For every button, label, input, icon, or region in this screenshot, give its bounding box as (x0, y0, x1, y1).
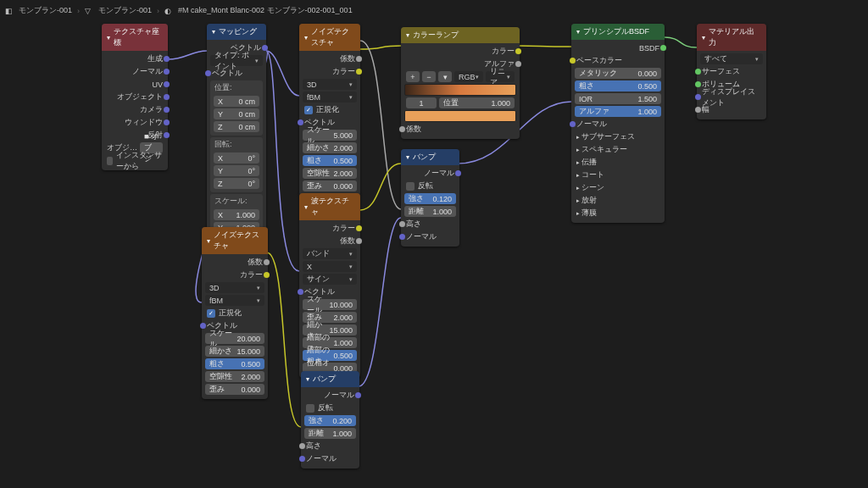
rot-x[interactable]: X0° (214, 152, 259, 164)
node-noise-texture-1[interactable]: ノイズテクスチャ 係数 カラー 3D fBM ✓正規化 ベクトル スケール5.0… (299, 24, 360, 196)
out-fac: 係数 (340, 53, 355, 64)
f-detail[interactable]: 細かさ2.000 (303, 142, 357, 153)
node-header[interactable]: ノイズテクスチャ (299, 24, 360, 51)
dim-select[interactable]: 3D (303, 79, 357, 90)
node-header[interactable]: カラーランプ (401, 27, 520, 43)
drop-transmission[interactable]: 伝播 (581, 157, 597, 168)
wave-sel-1[interactable]: X (303, 261, 357, 272)
in-vector: ベクトル (212, 68, 242, 79)
node-header[interactable]: バンプ (401, 149, 459, 165)
ramp-del[interactable]: − (422, 71, 436, 82)
out-camera: カメラ (140, 104, 163, 115)
f-scale[interactable]: スケール5.000 (303, 130, 357, 141)
target-select[interactable]: すべて (700, 53, 763, 64)
node-header[interactable]: 波テクスチャ (299, 193, 360, 220)
drop-subsurface[interactable]: サブサーフェス (581, 131, 635, 142)
instancer-label: インスタンサーから (116, 150, 163, 172)
node-mapping[interactable]: マッピング ベクトル タイプ: ポイント ベクトル 位置: X0 cm Y0 c… (207, 24, 266, 253)
drop-coat[interactable]: コート (581, 169, 604, 180)
loc-x[interactable]: X0 cm (214, 96, 259, 107)
ramp-add[interactable]: + (406, 71, 420, 82)
node-header[interactable]: マッピング (207, 24, 266, 40)
ramp-mode[interactable]: RGB (454, 71, 483, 82)
out-vector: ベクトル (231, 42, 261, 53)
node-material-output[interactable]: マテリアル出力 すべて サーフェス ボリューム ディスプレイスメント 幅 (697, 24, 766, 119)
invert-checkbox[interactable] (406, 182, 415, 191)
node-header[interactable]: テクスチャ座標 (102, 24, 168, 51)
node-noise-texture-2[interactable]: ノイズテクスチャ 係数 カラー 3D fBM ✓正規化 ベクトル スケール20.… (202, 227, 268, 399)
drop-emission[interactable]: 放射 (581, 195, 597, 206)
out-uv: UV (152, 80, 163, 89)
scl-x[interactable]: X1.000 (214, 209, 259, 220)
wave-sel-0[interactable]: バンド (303, 248, 357, 259)
ramp-interp[interactable]: リニア (486, 71, 515, 82)
instancer-checkbox[interactable] (107, 157, 113, 165)
node-canvas[interactable]: テクスチャ座標 生成 ノーマル UV オブジェクト カメラ ウィンドウ 反射 オ… (0, 0, 868, 488)
f-rough[interactable]: 粗さ0.500 (303, 155, 357, 166)
ramp-tools-icon[interactable]: ▾ (438, 71, 452, 82)
ramp-pos[interactable]: 位置1.000 (439, 97, 515, 108)
out-normal: ノーマル (132, 66, 163, 77)
type-select[interactable]: タイプ: ポイント (210, 55, 263, 66)
node-principled-bsdf[interactable]: プリンシプルBSDF BSDF ベースカラー メタリック0.000 粗さ0.50… (571, 24, 665, 223)
node-color-ramp[interactable]: カラーランプ カラー アルファ + − ▾ RGB リニア 1 位置1.000 … (401, 27, 520, 139)
ramp-index[interactable]: 1 (406, 97, 437, 108)
normalize-checkbox[interactable]: ✓ (304, 106, 313, 114)
ramp-gradient[interactable] (404, 84, 516, 96)
node-bump-1[interactable]: バンプ ノーマル 反転 強さ0.120 距離1.000 高さ ノーマル (401, 149, 459, 247)
node-bump-2[interactable]: バンプ ノーマル 反転 強さ0.200 距離1.000 高さ ノーマル (301, 371, 359, 469)
out-fac: 係数 (340, 236, 355, 247)
node-wave-texture[interactable]: 波テクスチャ カラー 係数 バンド X サイン ベクトル スケール10.000 … (299, 193, 360, 378)
wave-sel-2[interactable]: サイン (303, 274, 357, 285)
rot-z[interactable]: Z0° (214, 178, 259, 189)
rot-y[interactable]: Y0° (214, 165, 259, 176)
loc-z[interactable]: Z0 cm (214, 121, 259, 132)
drop-specular[interactable]: スペキュラー (581, 144, 627, 155)
type-select[interactable]: fBM (303, 92, 357, 103)
drop-thinfilm[interactable]: 薄膜 (581, 208, 597, 219)
node-header[interactable]: ノイズテクスチャ (202, 227, 268, 254)
out-window: ウィンドウ (125, 117, 163, 128)
f-dist[interactable]: 歪み0.000 (303, 180, 357, 191)
f-lac[interactable]: 空隙性2.000 (303, 168, 357, 179)
loc-y[interactable]: Y0 cm (214, 108, 259, 119)
drop-sheen[interactable]: シーン (581, 182, 604, 193)
node-header[interactable]: バンプ (301, 371, 359, 387)
out-color: カラー (332, 223, 355, 234)
invert-checkbox[interactable] (306, 404, 314, 413)
ramp-swatch[interactable] (404, 110, 516, 122)
normalize-checkbox[interactable]: ✓ (207, 309, 215, 318)
type-select[interactable]: fBM (205, 295, 264, 306)
out-color: カラー (332, 66, 355, 77)
out-generated: 生成 (147, 53, 163, 64)
dim-select[interactable]: 3D (205, 282, 264, 293)
node-texture-coordinate[interactable]: テクスチャ座標 生成 ノーマル UV オブジェクト カメラ ウィンドウ 反射 オ… (102, 24, 168, 170)
node-header[interactable]: マテリアル出力 (697, 24, 766, 51)
out-object: オブジェクト (117, 92, 163, 103)
node-header[interactable]: プリンシプルBSDF (571, 24, 665, 40)
